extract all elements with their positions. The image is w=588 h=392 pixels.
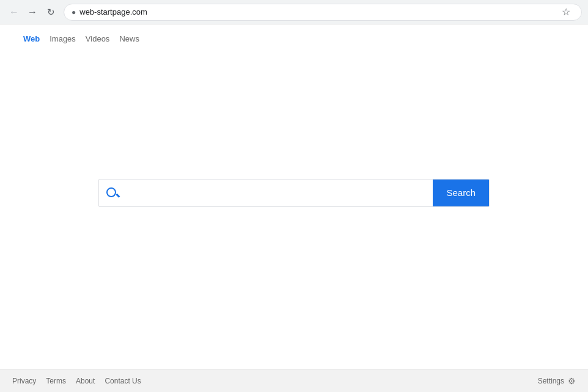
footer-right: Settings ⚙ (538, 376, 576, 386)
footer-contact-link[interactable]: Contact Us (105, 377, 141, 385)
search-button[interactable]: Search (433, 180, 489, 206)
footer-privacy-link[interactable]: Privacy (12, 377, 36, 385)
settings-link[interactable]: Settings (538, 377, 564, 385)
lock-icon: ● (72, 8, 76, 16)
browser-chrome: ← → ↻ ● ☆ (0, 0, 588, 24)
address-bar[interactable] (79, 7, 554, 16)
gear-icon[interactable]: ⚙ (568, 376, 576, 386)
bookmark-star-button[interactable]: ☆ (558, 4, 574, 20)
search-icon-area (99, 187, 125, 198)
address-bar-container[interactable]: ● ☆ (64, 4, 582, 21)
top-nav: Web Images Videos News (0, 24, 588, 53)
footer: Privacy Terms About Contact Us Settings … (0, 369, 588, 392)
page-content: Web Images Videos News Search (0, 24, 588, 369)
nav-item-videos[interactable]: Videos (81, 32, 115, 46)
nav-item-images[interactable]: Images (45, 32, 81, 46)
footer-left-links: Privacy Terms About Contact Us (12, 377, 141, 385)
search-area: Search (0, 53, 588, 369)
search-input[interactable] (125, 180, 433, 206)
footer-about-link[interactable]: About (76, 377, 95, 385)
search-box-wrapper: Search (98, 179, 490, 207)
nav-item-web[interactable]: Web (18, 32, 45, 46)
nav-item-news[interactable]: News (114, 32, 144, 46)
browser-nav-buttons: ← → ↻ (6, 4, 59, 20)
search-magnifier-icon (106, 187, 117, 198)
footer-terms-link[interactable]: Terms (46, 377, 66, 385)
back-button[interactable]: ← (6, 4, 22, 20)
reload-button[interactable]: ↻ (43, 4, 59, 20)
forward-button[interactable]: → (24, 4, 40, 20)
